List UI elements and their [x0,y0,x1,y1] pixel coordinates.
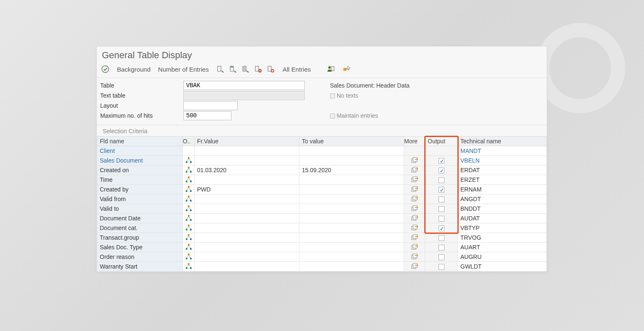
output-checkbox[interactable] [439,206,444,212]
more-selections-button[interactable] [404,243,425,252]
output-checkbox-cell[interactable] [425,194,458,204]
more-selections-button[interactable] [404,166,425,175]
col-header-to-value[interactable]: To value [299,137,404,146]
more-selections-button[interactable] [404,156,425,166]
output-checkbox[interactable] [439,235,444,241]
output-checkbox-cell[interactable] [425,204,458,214]
to-value-input[interactable] [299,252,404,262]
user-settings-icon[interactable] [327,65,335,73]
more-selections-button[interactable] [404,214,425,223]
from-value-input[interactable] [195,214,299,223]
list-delete-icon[interactable] [254,65,262,73]
output-checkbox-cell[interactable] [425,243,458,252]
output-checkbox[interactable] [439,197,444,202]
more-selections-button[interactable] [404,233,425,243]
to-value-input[interactable] [299,185,404,194]
more-selections-button[interactable] [404,175,425,185]
output-checkbox-cell[interactable] [425,156,458,166]
field-name-cell[interactable]: Sales Document [97,156,183,166]
from-value-input[interactable] [195,233,299,243]
col-header-operator[interactable]: O.. [183,137,195,146]
list-settings-icon-1[interactable] [216,65,225,73]
to-value-input[interactable] [299,146,404,156]
operator-button[interactable] [183,252,195,262]
output-checkbox-cell[interactable] [425,175,458,185]
operator-button[interactable] [183,156,195,166]
output-checkbox[interactable] [439,177,444,183]
col-header-technical-name[interactable]: Technical name [458,137,547,146]
col-header-output[interactable]: Output [425,137,458,146]
more-selections-button[interactable] [404,223,425,233]
operator-button[interactable] [183,204,195,214]
output-checkbox[interactable] [439,245,444,251]
to-value-input[interactable] [299,204,404,214]
output-checkbox-cell[interactable] [425,262,458,272]
list-add-icon[interactable] [267,65,275,73]
to-value-input[interactable]: 15.09.2020 [299,166,404,175]
col-header-fld-name[interactable]: Fld name [97,137,183,146]
more-selections-button[interactable] [404,204,425,214]
col-header-from-value[interactable]: Fr.Value [195,137,299,146]
more-selections-button[interactable] [404,185,425,194]
from-value-input[interactable] [195,156,299,166]
operator-button[interactable] [183,243,195,252]
output-checkbox[interactable] [439,225,444,231]
output-checkbox-cell[interactable] [425,166,458,175]
to-value-input[interactable] [299,175,404,185]
to-value-input[interactable] [299,223,404,233]
to-value-input[interactable] [299,214,404,223]
output-checkbox[interactable] [439,168,444,173]
output-checkbox[interactable] [439,264,444,270]
list-settings-icon-3[interactable] [242,65,250,73]
to-value-input[interactable] [299,233,404,243]
output-checkbox-cell[interactable] [425,214,458,223]
operator-button[interactable] [183,262,195,272]
to-value-input[interactable] [299,194,404,204]
output-checkbox-cell[interactable] [425,252,458,262]
table-input[interactable] [183,81,305,90]
output-checkbox[interactable] [439,216,444,222]
operator-button[interactable] [183,185,195,194]
to-value-input[interactable] [299,156,404,166]
operator-button[interactable] [183,223,195,233]
more-selections-button[interactable] [404,262,425,272]
output-checkbox-cell[interactable] [425,185,458,194]
col-header-more[interactable]: More [404,137,425,146]
all-entries-button[interactable]: All Entries [283,66,311,73]
more-selections-button[interactable] [404,252,425,262]
from-value-input[interactable] [195,223,299,233]
from-value-input[interactable] [195,175,299,185]
more-selections-button[interactable] [404,194,425,204]
output-checkbox[interactable] [439,187,444,193]
from-value-input[interactable] [195,243,299,252]
from-value-input[interactable]: PWD [195,185,299,194]
background-button[interactable]: Background [117,66,151,73]
operator-button[interactable] [183,194,195,204]
execute-icon[interactable] [101,65,109,73]
field-name-cell[interactable]: Client [97,146,183,156]
output-checkbox-cell[interactable] [425,223,458,233]
to-value-input[interactable] [299,262,404,272]
from-value-input[interactable] [195,146,299,156]
operator-button[interactable] [183,214,195,223]
svg-marker-66 [417,197,418,199]
list-settings-icon-2[interactable] [229,65,237,73]
to-value-input[interactable] [299,243,404,252]
output-checkbox[interactable] [439,254,444,260]
from-value-input[interactable] [195,262,299,272]
layout-input[interactable] [183,101,238,110]
from-value-input[interactable]: 01.03.2020 [195,166,299,175]
operator-button[interactable] [183,233,195,243]
svg-rect-19 [332,67,334,71]
max-hits-input[interactable] [183,111,231,120]
output-checkbox[interactable] [439,158,444,164]
output-checkbox-cell[interactable] [425,233,458,243]
from-value-input[interactable] [195,204,299,214]
number-of-entries-button[interactable]: Number of Entries [158,66,209,73]
operator-button[interactable] [183,175,195,185]
operator-button[interactable] [183,166,195,175]
variant-icon[interactable] [343,65,351,73]
from-value-input[interactable] [195,252,299,262]
svg-rect-75 [188,215,190,217]
from-value-input[interactable] [195,194,299,204]
